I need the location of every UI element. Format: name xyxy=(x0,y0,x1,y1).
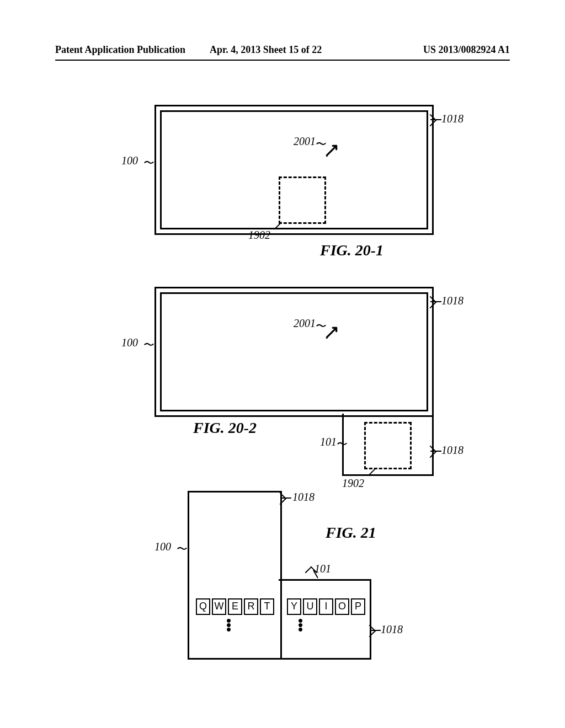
ref-2001: 2001 xyxy=(294,317,316,330)
key-t: T xyxy=(260,598,274,615)
touch-region-dashed xyxy=(364,422,412,469)
keyboard-row-left: Q W E R T xyxy=(196,598,274,615)
header-right: US 2013/0082924 A1 xyxy=(423,44,510,56)
ref-1018a: 1018 xyxy=(292,491,315,504)
ref-100: 100 xyxy=(121,336,138,349)
figure-21: FIG. 21 100 〜 1018 101 1018 Q W E R T Y … xyxy=(121,491,475,678)
device-secondary xyxy=(279,579,371,660)
patent-page: Patent Application Publication Apr. 4, 2… xyxy=(33,33,532,695)
ellipsis-vertical-icon: ••• xyxy=(226,619,231,632)
ref-1902: 1902 xyxy=(342,477,364,490)
ref-1018b: 1018 xyxy=(381,623,403,636)
device-primary xyxy=(188,491,282,660)
key-o: O xyxy=(335,598,349,615)
key-i: I xyxy=(319,598,333,615)
ref-101: 101 xyxy=(320,436,337,448)
device-screen xyxy=(160,292,428,411)
ellipsis-vertical-icon: ••• xyxy=(298,619,303,632)
ref-2001: 2001 xyxy=(294,135,316,148)
ref-1018a: 1018 xyxy=(441,295,463,307)
header-left: Patent Application Publication xyxy=(55,44,185,56)
header-mid: Apr. 4, 2013 Sheet 15 of 22 xyxy=(210,44,322,56)
ref-1902: 1902 xyxy=(248,229,270,242)
key-q: Q xyxy=(196,598,210,615)
ref-1018b: 1018 xyxy=(441,444,463,457)
figure-20-1: 100 〜 1018 2001 〜 1902 FIG. 20-1 xyxy=(121,105,452,265)
ref-100: 100 xyxy=(154,540,171,553)
key-u: U xyxy=(303,598,317,615)
figure-caption: FIG. 20-2 xyxy=(193,419,257,437)
ref-1018: 1018 xyxy=(441,113,463,125)
ref-100: 100 xyxy=(121,154,138,167)
touch-region-dashed xyxy=(279,176,326,224)
header-rule xyxy=(55,60,510,61)
key-r: R xyxy=(244,598,258,615)
key-p: P xyxy=(351,598,365,615)
figure-caption: FIG. 20-1 xyxy=(320,242,383,259)
figure-20-2: 100 〜 1018 2001 〜 101 〜 1018 1902 FIG. 2… xyxy=(121,287,475,474)
ref-101: 101 xyxy=(315,563,331,575)
key-w: W xyxy=(212,598,226,615)
figure-caption: FIG. 21 xyxy=(326,524,376,542)
